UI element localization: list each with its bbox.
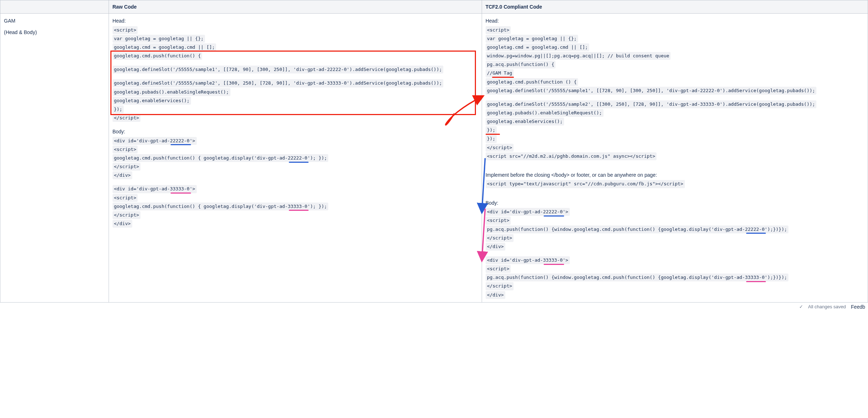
raw-code-line: </div> (113, 220, 132, 228)
tcf-code-line: </script> (486, 144, 514, 152)
raw-code-line: <script> (113, 194, 138, 202)
raw-code-line: googletag.defineSlot('/55555/sample1', [… (113, 66, 444, 73)
tcf-code-line: </div> (486, 243, 505, 251)
raw-body-label: Body: (113, 128, 478, 136)
tcf-body-label: Body: (486, 199, 864, 207)
tcf-code-line: googletag.cmd.push(function () { (486, 78, 578, 86)
raw-code-line: <script> (113, 26, 138, 34)
raw-code-cell: Head: <script> var googletag = googletag… (109, 14, 482, 303)
raw-code-line: </script> (113, 211, 140, 219)
saved-status: All changes saved (808, 304, 846, 309)
raw-code-line: </div> (113, 171, 132, 179)
row-name-cell: GAM (Head & Body) (0, 14, 109, 303)
tcf-code-line: googletag.defineSlot('/55555/sample2', [… (486, 100, 817, 108)
raw-code-line: <div id='div-gpt-ad-33333-0'> (113, 185, 197, 193)
raw-code-line: googletag.cmd.push(function() { (113, 52, 202, 60)
raw-code-line: </script> (113, 114, 140, 122)
raw-code-line: var googletag = googletag || {}; (113, 35, 205, 43)
tcf-code-line: </script> (486, 282, 514, 290)
tcf-code-line: </div> (486, 291, 505, 299)
tcf-code-line: </script> (486, 234, 514, 242)
raw-code-line: googletag.defineSlot('/55555/sample2', [… (113, 79, 444, 87)
check-icon: ✓ (799, 304, 803, 309)
tcf-head-label: Head: (486, 17, 864, 25)
header-raw-code: Raw Code (109, 0, 482, 14)
row-name-line2: (Head & Body) (4, 29, 105, 37)
table-row: GAM (Head & Body) Head: <script> var goo… (0, 14, 868, 303)
tcf-code-cell: Head: <script> var googletag = googletag… (482, 14, 868, 303)
row-name-line1: GAM (4, 17, 105, 25)
raw-code-line: googletag.cmd = googletag.cmd || []; (113, 43, 216, 51)
header-tcf-code: TCF2.0 Compliant Code (482, 0, 868, 14)
tcf-code-line: <script> (486, 217, 511, 224)
tcf-code-line: <script src="//m2d.m2.ai/pghb.domain.com… (486, 152, 657, 160)
tcf-code-line: <script type="text/javascript" src="//cd… (486, 180, 685, 188)
tcf-code-line: }); (486, 126, 497, 134)
tcf-code-line: <script> (486, 265, 511, 273)
tcf-code-line: googletag.pubads().enableSingleRequest()… (486, 109, 604, 117)
tcf-code-line: googletag.defineSlot('/55555/sample1', [… (486, 87, 817, 95)
raw-code-line: </script> (113, 163, 140, 171)
tcf-code-line: pg.acq.push(function() {window.googletag… (486, 274, 788, 281)
tcf-code-line: }); (486, 135, 497, 143)
tcf-code-line: googletag.cmd = googletag.cmd || []; (486, 43, 590, 51)
footer-bar: ✓ All changes saved Feedb (0, 303, 868, 310)
raw-head-label: Head: (113, 17, 478, 25)
tcf-implement-note: Implement before the closing </body> or … (486, 171, 864, 179)
raw-code-line: googletag.pubads().enableSingleRequest()… (113, 88, 230, 96)
tcf-code-line: googletag.enableServices(); (486, 118, 564, 125)
header-blank (0, 0, 109, 14)
tcf-code-line: pg.acq.push(function() { (486, 61, 556, 68)
raw-code-line: <div id='div-gpt-ad-22222-0'> (113, 137, 197, 145)
tcf-code-line: var googletag = googletag || {}; (486, 35, 578, 43)
tcf-code-line: pg.acq.push(function() {window.googletag… (486, 225, 788, 233)
tcf-code-line: <script> (486, 26, 511, 34)
tcf-code-line: <div id='div-gpt-ad-22222-0'> (486, 208, 570, 216)
tcf-code-line: window.pg=window.pg||[];pg.acq=pg.acq||[… (486, 52, 671, 60)
raw-code-line: }); (113, 105, 124, 113)
code-comparison-table: Raw Code TCF2.0 Compliant Code GAM (Head… (0, 0, 868, 303)
feedback-link[interactable]: Feedb (851, 304, 865, 310)
raw-code-line: googletag.cmd.push(function() { googleta… (113, 154, 329, 162)
tcf-code-line: //GAM Tag (486, 69, 514, 77)
tcf-code-line: <div id='div-gpt-ad-33333-0'> (486, 256, 570, 264)
raw-code-line: <script> (113, 146, 138, 153)
raw-code-line: googletag.enableServices(); (113, 97, 191, 105)
raw-code-line: googletag.cmd.push(function() { googleta… (113, 203, 329, 210)
